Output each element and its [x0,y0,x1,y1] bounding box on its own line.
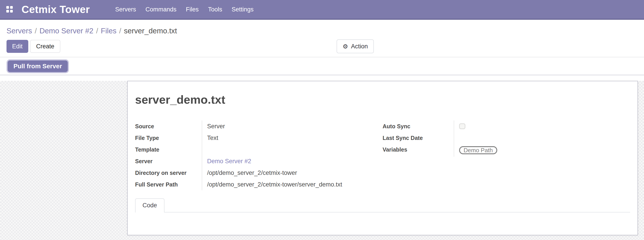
record-title: server_demo.txt [135,93,630,107]
field-group-left: Source Server File Type Text Template Se… [135,120,375,190]
field-value-variables: Demo Path [454,144,630,157]
tab-code[interactable]: Code [135,198,164,213]
menu-item-servers[interactable]: Servers [110,0,141,19]
field-label-source: Source [135,120,202,132]
breadcrumb-link-demo-server-2[interactable]: Demo Server #2 [40,27,93,35]
breadcrumb-link-servers[interactable]: Servers [6,27,32,35]
field-label-full-server-path: Full Server Path [135,179,202,190]
create-button[interactable]: Create [30,40,60,53]
server-record-link[interactable]: Demo Server #2 [207,158,251,165]
pull-from-server-button[interactable]: Pull from Server [8,60,68,72]
field-value-last-sync-date [454,132,630,144]
content-divider [0,75,644,75]
breadcrumb-separator: / [119,27,121,35]
auto-sync-checkbox[interactable] [459,123,466,129]
toolbar: Edit Create ⚙ Action [6,40,644,53]
field-label-variables: Variables [382,144,454,157]
field-value-template [202,144,375,155]
breadcrumb-link-files[interactable]: Files [101,27,116,35]
main-menu: Servers Commands Files Tools Settings [110,0,258,19]
field-label-server: Server [135,155,202,167]
field-value-file-type: Text [202,132,375,144]
apps-grid-icon[interactable] [6,6,13,13]
gear-icon: ⚙ [343,43,348,49]
tab-bar: Code [135,198,630,213]
breadcrumb: Servers/Demo Server #2/Files/server_demo… [0,20,644,35]
menu-item-tools[interactable]: Tools [203,0,227,19]
field-label-directory-on-server: Directory on server [135,167,202,179]
menu-item-files[interactable]: Files [181,0,203,19]
field-label-auto-sync: Auto Sync [382,120,454,132]
menu-item-commands[interactable]: Commands [141,0,181,19]
field-label-template: Template [135,144,202,155]
variable-tag-demo-path: Demo Path [459,146,497,154]
form-view-background: server_demo.txt Source Server File Type … [0,81,644,240]
app-brand[interactable]: Cetmix Tower [22,3,90,15]
field-value-source: Server [202,120,375,132]
object-buttons-bar: Pull from Server [0,57,644,75]
edit-button[interactable]: Edit [6,40,28,53]
breadcrumb-separator: / [35,27,37,35]
field-value-server: Demo Server #2 [202,155,375,167]
notebook: Code [135,198,630,213]
action-menu-button[interactable]: ⚙ Action [336,39,374,53]
field-value-directory-on-server: /opt/demo_server_2/cetmix-tower [202,167,375,179]
field-group-right: Auto Sync Last Sync Date Variables Demo … [382,120,630,190]
action-button-label: Action [351,43,368,50]
top-navbar: Cetmix Tower Servers Commands Files Tool… [0,0,644,20]
field-value-full-server-path: /opt/demo_server_2/cetmix-tower/server_d… [202,179,375,190]
control-panel: Servers/Demo Server #2/Files/server_demo… [0,20,644,75]
menu-item-settings[interactable]: Settings [227,0,258,19]
field-groups: Source Server File Type Text Template Se… [135,120,630,190]
field-label-last-sync-date: Last Sync Date [382,132,454,144]
field-label-file-type: File Type [135,132,202,144]
field-value-auto-sync [454,120,630,132]
form-sheet: server_demo.txt Source Server File Type … [127,81,638,235]
breadcrumb-current: server_demo.txt [124,27,177,35]
breadcrumb-separator: / [96,27,98,35]
